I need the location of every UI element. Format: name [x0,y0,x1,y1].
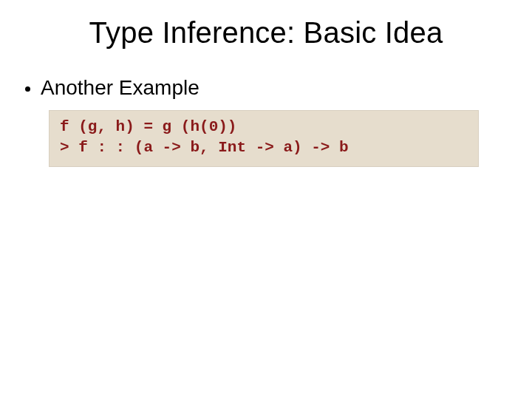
code-block: f (g, h) = g (h(0)) > f : : (a -> b, Int… [49,110,479,167]
code-line-2: > f : : (a -> b, Int -> a) -> b [60,139,349,156]
code-line-1: f (g, h) = g (h(0)) [60,118,236,135]
slide: Type Inference: Basic Idea Another Examp… [0,0,532,399]
slide-title: Type Inference: Basic Idea [0,0,532,50]
bullet-text: Another Example [41,76,200,100]
bullet-item: Another Example [0,76,532,100]
bullet-icon [25,86,30,92]
